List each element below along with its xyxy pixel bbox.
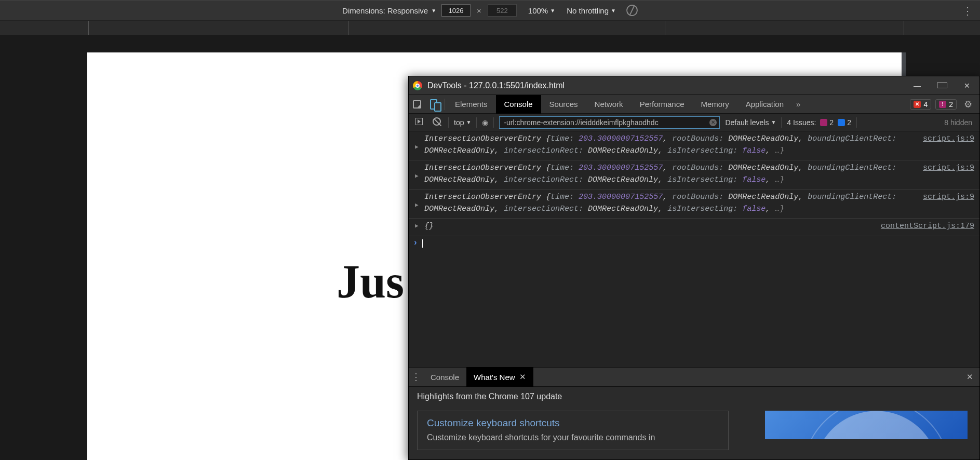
tab-memory[interactable]: Memory [693,95,737,114]
close-tab-icon[interactable]: ✕ [519,372,526,382]
issue-blue-icon [838,119,845,126]
device-toolbar: Dimensions: Responsive ▼ × 100% ▼ No thr… [0,0,980,21]
toggle-sidebar-icon[interactable] [413,118,425,127]
separator [444,99,445,110]
inspect-element-icon[interactable] [409,95,425,114]
tab-sources[interactable]: Sources [541,95,586,114]
height-input[interactable] [488,4,517,17]
toggle-device-icon[interactable] [425,95,442,114]
feature-card[interactable]: Customize keyboard shortcuts Customize k… [417,411,729,450]
devtools-tabs: Elements Console Sources Network Perform… [409,95,979,114]
chevron-down-icon: ▼ [466,119,471,125]
clear-console-icon[interactable] [431,117,443,127]
close-drawer-icon[interactable]: ✕ [960,372,979,382]
console-toolbar: top ▼ ◉ ✕ Default levels ▼ 4 Issues: 2 2… [409,114,979,131]
minimize-button[interactable]: — [912,82,922,90]
feature-description: Customize keyboard shortcuts for your fa… [427,432,719,443]
text-cursor [422,239,423,248]
dimension-separator: × [477,6,481,15]
console-message[interactable]: script.js:9 ▶ IntersectionObserverEntry … [409,160,979,190]
console-messages: script.js:9 ▶ IntersectionObserverEntry … [409,131,979,251]
disclosure-triangle-icon[interactable]: ▶ [415,222,419,231]
issues-pink-count: 2 [829,118,834,127]
separator [856,117,857,128]
width-input[interactable] [441,4,471,17]
promo-image [765,411,968,439]
error-count: 4 [923,100,928,109]
issues-summary[interactable]: 4 Issues: 2 2 [787,118,851,127]
drawer-tab-label: What's New [474,373,515,382]
filter-wrap: ✕ [499,116,720,129]
live-expression-icon[interactable]: ◉ [482,118,488,127]
page-heading: Jus [337,255,404,308]
drawer-tabs: ⋮ Console What's New ✕ ✕ [409,367,979,387]
source-link[interactable]: contentScript.js:179 [881,221,974,233]
devtools-title: DevTools - 127.0.0.1:5501/index.html [427,81,565,90]
chevron-down-icon: ▼ [550,8,555,13]
tab-console[interactable]: Console [496,95,541,114]
issue-pink-icon [820,119,827,126]
drawer-tab-console[interactable]: Console [423,367,466,387]
tab-application[interactable]: Application [737,95,792,114]
clear-filter-icon[interactable]: ✕ [709,119,717,126]
devtools-titlebar[interactable]: DevTools - 127.0.0.1:5501/index.html — ✕ [409,76,979,95]
context-dropdown[interactable]: top ▼ [454,118,471,127]
dimensions-label: Dimensions: Responsive [342,6,428,15]
error-icon: ✕ [914,101,921,108]
filter-input[interactable] [499,116,720,129]
log-levels-dropdown[interactable]: Default levels ▼ [725,118,776,127]
levels-label: Default levels [725,118,769,127]
chevron-down-icon: ▼ [771,119,776,125]
source-link[interactable]: script.js:9 [923,192,974,204]
issues-label: 4 Issues: [787,118,816,127]
issue-icon: ! [939,101,946,108]
disclosure-triangle-icon[interactable]: ▶ [415,172,419,181]
separator [493,117,494,128]
source-link[interactable]: script.js:9 [923,163,974,174]
tab-elements[interactable]: Elements [447,95,496,114]
errors-badge[interactable]: ✕ 4 [910,99,931,110]
disclosure-triangle-icon[interactable]: ▶ [415,143,419,152]
hidden-count[interactable]: 8 hidden [944,118,972,127]
drawer-more-icon[interactable]: ⋮ [409,371,423,383]
issues-blue-count: 2 [847,118,851,127]
rotate-icon[interactable] [625,3,639,18]
chrome-icon [413,81,422,90]
source-link[interactable]: script.js:9 [923,133,974,145]
throttling-value: No throttling [567,6,609,15]
disclosure-triangle-icon[interactable]: ▶ [415,201,419,210]
console-message[interactable]: contentScript.js:179 ▶ {} [409,219,979,236]
ruler [0,21,980,35]
issues-badge[interactable]: ! 2 [935,99,957,110]
separator [781,117,782,128]
console-message[interactable]: script.js:9 ▶ IntersectionObserverEntry … [409,131,979,160]
tab-performance[interactable]: Performance [632,95,693,114]
close-button[interactable]: ✕ [962,82,972,90]
throttling-dropdown[interactable]: No throttling ▼ [567,6,616,15]
more-tabs-icon[interactable]: » [792,100,804,109]
drawer-body: Highlights from the Chrome 107 update Cu… [409,387,979,459]
maximize-button[interactable] [937,82,947,90]
feature-title[interactable]: Customize keyboard shortcuts [427,417,719,429]
separator [476,117,477,128]
highlights-heading: Highlights from the Chrome 107 update [417,392,971,401]
devtools-window: DevTools - 127.0.0.1:5501/index.html — ✕… [408,76,980,460]
settings-gear-icon[interactable]: ⚙ [961,99,975,110]
tab-network[interactable]: Network [586,95,632,114]
zoom-value: 100% [528,6,548,15]
console-prompt[interactable] [409,236,979,251]
issue-count: 2 [949,100,953,109]
drawer-tab-whatsnew[interactable]: What's New ✕ [466,367,533,387]
window-controls: — ✕ [912,82,975,90]
chevron-down-icon: ▼ [431,8,436,13]
chevron-down-icon: ▼ [611,8,616,13]
devtools-drawer: ⋮ Console What's New ✕ ✕ Highlights from… [409,367,979,459]
console-message[interactable]: script.js:9 ▶ IntersectionObserverEntry … [409,190,979,219]
separator [448,117,449,128]
dimensions-dropdown[interactable]: Dimensions: Responsive ▼ [342,6,436,15]
zoom-dropdown[interactable]: 100% ▼ [528,6,555,15]
context-value: top [454,118,464,127]
more-options-icon[interactable]: ⋮ [962,5,973,17]
